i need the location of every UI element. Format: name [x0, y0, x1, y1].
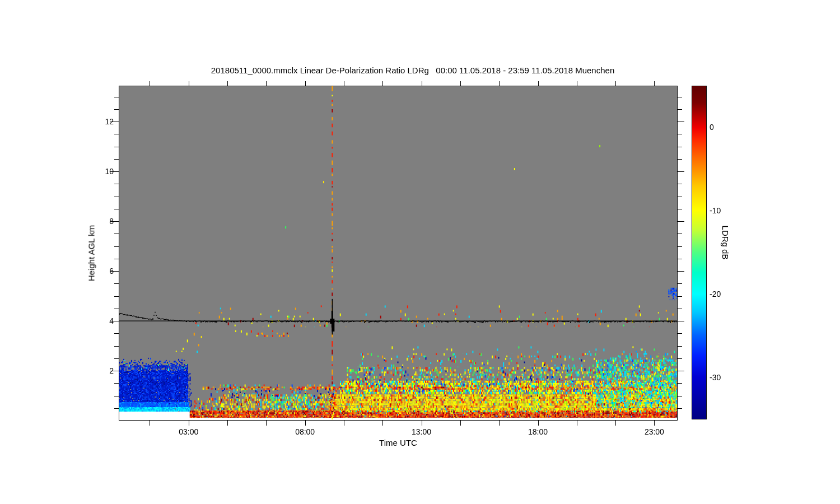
y-tick-label: 8: [80, 216, 114, 226]
y-tick-label: 6: [80, 266, 114, 276]
colorbar-gradient: [692, 86, 707, 419]
x-tick-label: 13:00: [409, 427, 434, 437]
y-tick-label: 2: [80, 366, 114, 376]
x-axis-label: Time UTC: [379, 438, 417, 447]
colorbar-tick-label: -10: [710, 206, 732, 216]
y-tick-label: 4: [80, 316, 114, 326]
colorbar-tick-label: -20: [710, 289, 732, 299]
radar-quicklook-figure: 20180511_0000.mmclx Linear De-Polarizati…: [0, 0, 840, 504]
x-tick-label: 23:00: [642, 427, 666, 437]
colorbar-tick-label: 0: [710, 122, 732, 132]
y-tick-label: 12: [80, 116, 114, 127]
x-tick-label: 08:00: [293, 427, 318, 437]
page-title: 20180511_0000.mmclx Linear De-Polarizati…: [211, 66, 614, 75]
colorbar-label: LDRg dB: [721, 226, 730, 260]
x-tick-label: 18:00: [526, 427, 550, 437]
colorbar-tick-label: -30: [710, 372, 732, 382]
x-tick-label: 03:00: [176, 427, 201, 437]
y-tick-label: 10: [80, 166, 114, 176]
